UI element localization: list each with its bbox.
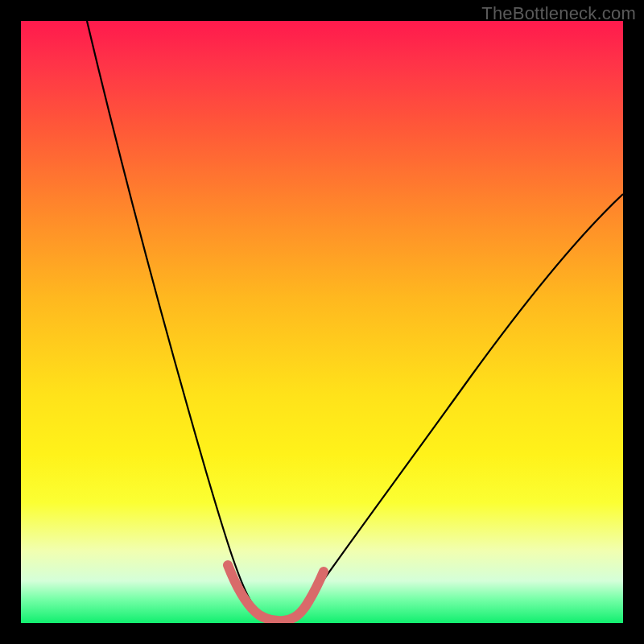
chart-svg: [21, 21, 623, 623]
watermark-text: TheBottleneck.com: [481, 3, 636, 24]
optimal-zone-marker: [228, 565, 324, 621]
chart-frame: TheBottleneck.com: [0, 0, 644, 644]
chart-plot-area: [21, 21, 623, 623]
bottleneck-curve: [87, 21, 623, 621]
